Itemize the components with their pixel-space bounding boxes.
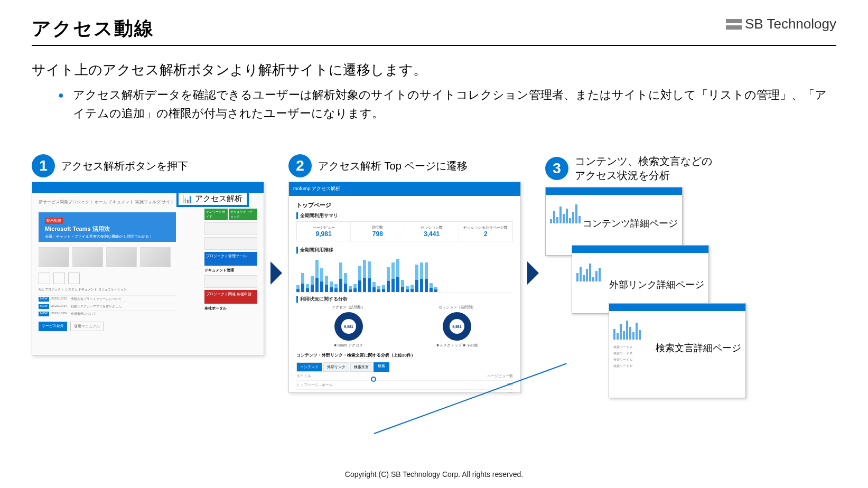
connector-dot: [371, 377, 376, 382]
kpi-pv-value: 9,981: [297, 230, 350, 238]
step-1-badge: 1: [32, 154, 55, 177]
hero-badge: 動画配信: [45, 218, 63, 224]
service-button[interactable]: サービス紹介: [39, 322, 67, 331]
side-banner-pm-tool[interactable]: プロジェクト管理ツール: [204, 252, 257, 266]
page-title: トップページ: [296, 201, 513, 209]
thumb-1[interactable]: [39, 247, 69, 267]
hero-sub: 会議・チャット・ファイル共有の便利な機能が 1 時間でわかる！: [45, 234, 170, 239]
donut2-title: セッション（訪問別）: [436, 305, 477, 310]
step-3-badge: 3: [545, 157, 568, 180]
slide-title: アクセス動線: [32, 16, 154, 42]
breakdown-title: コンテンツ・外部リンク・検索文言に関する分析（上位20件）: [296, 352, 513, 358]
step-1-label: アクセス解析ボタンを押下: [61, 159, 188, 173]
tab-links[interactable]: 外部リンク: [323, 362, 349, 372]
donut2-legend: ■ デスクトップ ■ その他: [436, 343, 477, 348]
side-photo: [204, 222, 257, 235]
side-banner-apply[interactable]: プロジェクト関連 各種申請: [204, 290, 257, 304]
kpi-pps-label: セッションあたりページ数: [459, 225, 512, 230]
tab-contents[interactable]: コンテンツ: [296, 362, 322, 372]
kpi-pps-value: 2: [459, 230, 512, 238]
go-button[interactable]: 検索: [374, 362, 389, 372]
logo-bars-icon: [726, 19, 742, 30]
screenshot-analytics-top: mofump アクセス解析 トップページ 全期間利用サマリ ページビュー9,98…: [288, 182, 521, 393]
step-2-badge: 2: [288, 154, 312, 177]
donut2-value: 9,981: [450, 319, 464, 334]
list-item[interactable]: サイトコンテンツ156: [296, 390, 513, 392]
trend-title: 全期間利用推移: [296, 247, 513, 254]
analytics-appbar: mofump アクセス解析: [289, 182, 520, 196]
access-analysis-button[interactable]: 📊 アクセス解析: [176, 191, 249, 207]
donut-1: 9,981: [334, 312, 363, 341]
donut1-value: 9,981: [341, 319, 356, 334]
label-content-detail: コンテンツ詳細ページ: [583, 217, 678, 230]
label-search-detail: 検索文言詳細ページ: [656, 342, 741, 354]
side-security[interactable]: セキュリティチェック: [229, 209, 257, 220]
brand-logo: SB Technology: [726, 16, 836, 32]
chart-icon: 📊: [183, 194, 193, 204]
intro-bullet: アクセス解析データを確認できるユーザーは解析対象のサイトのサイトコレクション管理…: [58, 86, 836, 123]
donut-section-title: 利用状況に関する分析: [296, 296, 513, 303]
kpi-visits-value: 798: [351, 230, 404, 238]
hero-title: Microsoft Teams 活用法: [45, 225, 170, 233]
intro-heading: サイト上のアクセス解析ボタンより解析サイトに遷移します。: [32, 61, 836, 79]
col-pv: ページビュー数: [487, 373, 513, 379]
donut1-legend: ■ Share アクセス: [332, 343, 365, 348]
donut1-title: アクセス（訪問別）: [332, 305, 365, 310]
kpi-row: ページビュー9,981 訪問数798 セッション数3,441 セッションあたりペ…: [296, 221, 513, 241]
copyright: Copyright (C) SB Technology Corp. All ri…: [0, 470, 868, 478]
callout-text: アクセス解析: [195, 194, 242, 204]
tab-search[interactable]: 検索文言: [350, 362, 372, 372]
quick-icon-1[interactable]: [39, 273, 50, 284]
kpi-sessions-label: セッション数: [405, 225, 459, 230]
quick-icon-3[interactable]: [68, 273, 80, 284]
side-photo-3: [204, 275, 257, 288]
arrow-1: [270, 154, 282, 334]
arrow-2: [527, 154, 539, 334]
brand-text: SB Technology: [745, 16, 836, 32]
side-portal-label: 全社ポータル: [204, 306, 257, 311]
step-2-label: アクセス解析 Top ページに遷移: [318, 159, 468, 173]
list-item[interactable]: トップページ - ホーム456: [296, 381, 513, 390]
quick-icon-2[interactable]: [53, 273, 65, 284]
summary-title: 全期間利用サマリ: [296, 212, 513, 219]
thumb-4[interactable]: [140, 247, 171, 267]
side-doc-label: ドキュメント管理: [204, 268, 257, 273]
side-telework[interactable]: テレワークガイド: [204, 209, 228, 220]
detail-pages-stack: コンテンツ詳細ページ 外部リンク詳細ページ 検索ワード A検索ワード B検索ワー…: [545, 187, 746, 398]
kpi-sessions-value: 3,441: [405, 230, 459, 238]
side-photo-2: [204, 237, 257, 250]
thumb-2[interactable]: [72, 247, 103, 267]
detail-search-page: 検索ワード A検索ワード B検索ワード C検索ワード D 検索文言詳細ページ: [609, 303, 746, 398]
screenshot-sharepoint: 📊 アクセス解析 新サービス開発プロジェクト ホーム ドキュメント 実施フォルダ…: [32, 182, 264, 356]
list-header: タイトルページビュー数: [296, 372, 513, 381]
col-title: タイトル: [296, 373, 311, 379]
kpi-visits-label: 訪問数: [351, 225, 404, 230]
thumb-3[interactable]: [106, 247, 137, 267]
trend-chart: [296, 256, 513, 293]
donut-2: 9,981: [443, 312, 471, 341]
label-link-detail: 外部リンク詳細ページ: [609, 278, 704, 291]
manual-button[interactable]: 運用マニュアル: [70, 322, 104, 331]
hero-banner: 動画配信 Microsoft Teams 活用法 会議・チャット・ファイル共有の…: [39, 212, 176, 242]
step-3-label: コンテンツ、検索文言などの アクセス状況を分析: [575, 154, 712, 183]
kpi-pv-label: ページビュー: [297, 225, 350, 230]
